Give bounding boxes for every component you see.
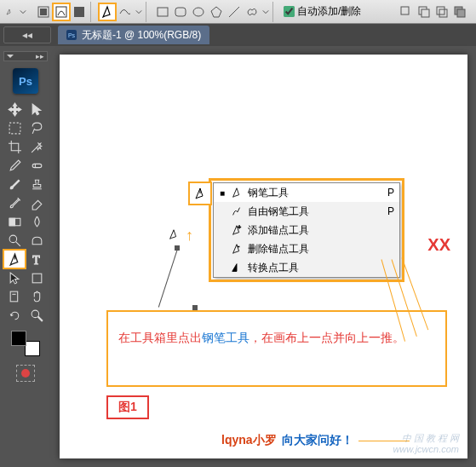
stamp-tool[interactable] [26, 176, 47, 193]
eyedropper-tool[interactable] [4, 157, 25, 174]
document-title: 无标题-1 @ 100%(RGB/8) [82, 28, 201, 43]
flyout-key: P [387, 187, 394, 199]
path-op-4-icon[interactable] [451, 3, 468, 20]
svg-text:T: T [32, 253, 40, 266]
signature: lqyna小罗 向大家问好！ [221, 433, 410, 448]
ellipse-icon[interactable] [190, 3, 207, 20]
rounded-rect-icon[interactable] [172, 3, 189, 20]
marquee-tool[interactable] [4, 119, 25, 136]
hand-tool[interactable] [26, 288, 47, 305]
flyout-item-delete-anchor[interactable]: - 删除锚点工具 [214, 239, 399, 258]
lasso-tool[interactable] [26, 119, 47, 136]
pen-preset-dropdown[interactable] [5, 3, 14, 20]
svg-line-8 [229, 7, 239, 17]
svg-text:+: + [238, 224, 241, 230]
heal-tool[interactable] [26, 157, 47, 174]
flyout-item-add-anchor[interactable]: + 添加锚点工具 [214, 221, 399, 239]
freeform-pen-icon [231, 205, 243, 217]
shape-opt-arrow[interactable] [261, 3, 270, 20]
fill-pixels-mode[interactable] [71, 3, 88, 20]
delete-anchor-icon: - [231, 243, 243, 255]
eraser-tool[interactable] [26, 194, 47, 211]
svg-rect-12 [437, 7, 444, 14]
gradient-tool[interactable] [4, 213, 25, 230]
fg-color-swatch[interactable] [11, 331, 26, 346]
move-tool[interactable] [4, 101, 25, 118]
svg-rect-4 [158, 8, 168, 16]
sponge-tool[interactable] [26, 232, 47, 249]
up-arrow-icon: ↑ [186, 227, 193, 245]
svg-line-22 [15, 241, 20, 245]
polygon-icon[interactable] [208, 3, 225, 20]
wand-tool[interactable] [26, 138, 47, 155]
svg-point-27 [32, 310, 39, 318]
zoom-tool[interactable] [26, 307, 47, 324]
ps-doc-badge-icon: Ps [66, 30, 77, 40]
history-brush-tool[interactable] [4, 194, 25, 211]
pen-opt-arrow[interactable] [135, 3, 143, 20]
type-tool[interactable]: T [26, 251, 47, 268]
svg-line-28 [37, 316, 42, 320]
flyout-label: 转换点工具 [248, 261, 389, 275]
paths-mode[interactable] [53, 3, 70, 20]
options-bar: 自动添加/删除 [0, 0, 476, 24]
freeform-pen-opt[interactable] [117, 3, 134, 20]
workspace: ▸▸ Ps T [0, 46, 476, 467]
toolbox-header[interactable]: ▸▸ [3, 51, 48, 61]
instruction-box: 在工具箱里点出钢笔工具，在画布上一点并向上一推。 [106, 310, 447, 387]
svg-rect-20 [9, 218, 14, 226]
selection-tool[interactable] [26, 101, 47, 118]
canvas[interactable]: ↑ ■ 钢笔工具 P 自由钢笔工具 P [60, 55, 467, 458]
dodge-tool[interactable] [4, 232, 25, 249]
color-swatches[interactable] [11, 331, 40, 356]
svg-text:-: - [238, 243, 240, 249]
bg-color-swatch[interactable] [25, 341, 40, 356]
flyout-active-bullet: ■ [219, 188, 226, 198]
crop-tool[interactable] [4, 138, 25, 155]
flyout-item-freeform[interactable]: 自由钢笔工具 P [214, 202, 399, 221]
line-shape-icon[interactable] [226, 3, 243, 20]
flyout-item-convert[interactable]: 转换点工具 [214, 258, 399, 277]
blur-tool[interactable] [26, 213, 47, 230]
svg-point-6 [193, 8, 204, 16]
flyout-item-pen[interactable]: ■ 钢笔工具 P [214, 183, 399, 202]
svg-marker-7 [211, 7, 221, 17]
shape-layers-mode[interactable] [35, 3, 52, 20]
auto-add-delete-checkbox[interactable]: 自动添加/删除 [278, 4, 366, 19]
shape-tool[interactable] [26, 269, 47, 286]
collapse-chevron-icon: ◂◂ [22, 29, 32, 41]
pen-tool-opt[interactable] [99, 3, 116, 20]
svg-rect-24 [32, 274, 42, 283]
flyout-tool-icon [188, 182, 212, 205]
quick-mask-button[interactable] [16, 365, 35, 382]
rect-shape-icon[interactable] [154, 3, 171, 20]
custom-shape-icon[interactable] [244, 3, 261, 20]
flyout-key: P [387, 205, 394, 217]
svg-rect-2 [56, 7, 66, 17]
flyout-label: 添加锚点工具 [248, 223, 389, 238]
ps-logo-icon: Ps [13, 68, 38, 94]
watermark: 中 国 教 程 网 www.jcwcn.com [393, 433, 459, 455]
brush-tool[interactable] [4, 176, 25, 193]
dropdown-arrow-icon[interactable] [19, 3, 27, 20]
pen-tool-flyout: ■ 钢笔工具 P 自由钢笔工具 P + 添加锚点工具 [213, 182, 400, 278]
notes-tool[interactable] [4, 288, 25, 305]
rotate-tool[interactable] [4, 307, 25, 324]
document-tab[interactable]: Ps 无标题-1 @ 100%(RGB/8) [58, 26, 209, 44]
path-op-2-icon[interactable] [416, 3, 433, 20]
svg-rect-13 [439, 9, 447, 17]
panel-collapse-button[interactable]: ◂◂ [3, 26, 51, 43]
path-op-1-icon[interactable] [398, 3, 415, 20]
svg-rect-25 [10, 291, 18, 302]
pen-path-demo: ↑ [162, 240, 163, 308]
auto-add-delete-input[interactable] [284, 6, 295, 17]
path-op-3-icon[interactable] [433, 3, 450, 20]
svg-rect-9 [401, 7, 409, 14]
flyout-label: 钢笔工具 [248, 186, 382, 200]
canvas-area: ↑ ■ 钢笔工具 P 自由钢笔工具 P [51, 46, 476, 467]
svg-rect-15 [457, 9, 465, 17]
pen-tool[interactable] [4, 251, 25, 268]
flyout-label: 自由钢笔工具 [248, 205, 382, 219]
svg-rect-5 [175, 8, 186, 16]
path-select-tool[interactable] [4, 269, 25, 286]
